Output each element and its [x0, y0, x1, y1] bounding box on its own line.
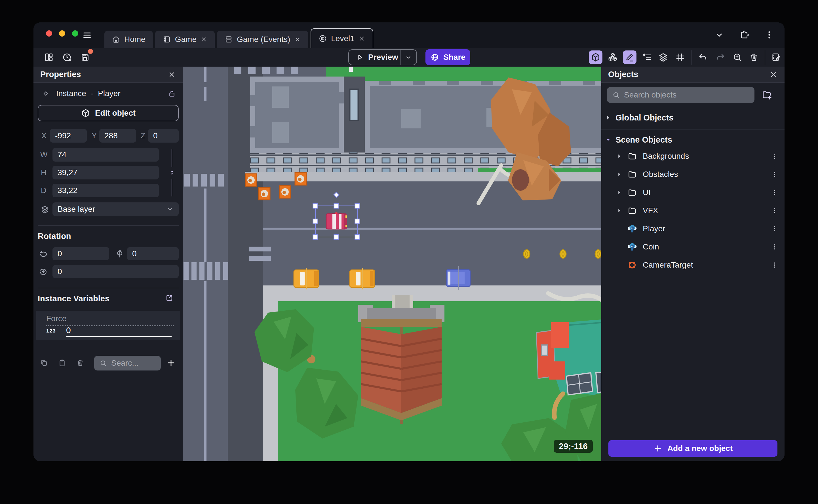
- close-objects-icon[interactable]: [769, 70, 778, 79]
- menu-icon[interactable]: [82, 30, 92, 40]
- chevron-down-icon: [405, 54, 412, 61]
- close-tab-icon[interactable]: [358, 35, 365, 42]
- chevron-right-icon[interactable]: [616, 189, 623, 196]
- variables-search-input[interactable]: [111, 359, 156, 368]
- layers-button[interactable]: [656, 50, 670, 64]
- group-label: Scene Objects: [616, 135, 672, 145]
- instance-separator: -: [91, 89, 93, 98]
- group-label: Global Objects: [616, 113, 674, 122]
- close-properties-icon[interactable]: [168, 70, 176, 79]
- group-scene-objects[interactable]: Scene Objects: [601, 134, 785, 146]
- 3d-view-toggle-button[interactable]: [589, 50, 603, 64]
- delete-variable-icon[interactable]: [76, 359, 84, 367]
- search-icon: [612, 91, 620, 99]
- objects-title: Objects: [608, 70, 638, 79]
- add-object-label: Add a new object: [667, 444, 733, 453]
- group-global-objects[interactable]: Global Objects: [601, 111, 785, 124]
- unlock-icon[interactable]: [168, 89, 176, 98]
- rotation-y-input[interactable]: [127, 247, 179, 260]
- home-icon: [112, 35, 120, 44]
- item-menu-icon[interactable]: [771, 189, 778, 196]
- item-menu-icon[interactable]: [771, 171, 778, 178]
- grid-button[interactable]: [673, 50, 687, 64]
- objects-search[interactable]: [607, 87, 754, 103]
- app-window: Home Game Game (Events) Level1: [33, 22, 785, 461]
- variable-name[interactable]: Force: [46, 314, 174, 326]
- copy-icon[interactable]: [40, 359, 48, 367]
- zoom-in-button[interactable]: [731, 50, 744, 64]
- redo-button[interactable]: [714, 50, 727, 64]
- add-folder-icon[interactable]: [761, 89, 773, 101]
- film-icon: [162, 35, 171, 44]
- d-label: D: [41, 186, 46, 195]
- z-label: Z: [141, 132, 145, 140]
- rotation-x-input[interactable]: [52, 247, 109, 260]
- maximize-window-button[interactable]: [72, 30, 78, 37]
- instances-list-button[interactable]: [641, 50, 654, 64]
- save-button[interactable]: [78, 50, 92, 64]
- objects-search-input[interactable]: [624, 90, 749, 99]
- y-input[interactable]: [99, 129, 136, 143]
- z-input[interactable]: [148, 129, 179, 143]
- instance-header-row: Instance - Player: [41, 88, 176, 99]
- item-menu-icon[interactable]: [771, 243, 778, 251]
- undo-button[interactable]: [696, 50, 710, 64]
- object-label: CameraTarget: [643, 261, 693, 270]
- item-menu-icon[interactable]: [771, 225, 778, 232]
- height-input[interactable]: [52, 166, 159, 179]
- item-menu-icon[interactable]: [771, 207, 778, 214]
- objects-mode-button[interactable]: [606, 50, 620, 64]
- rotation-z-input[interactable]: [52, 265, 179, 278]
- close-window-button[interactable]: [46, 30, 52, 37]
- tab-game[interactable]: Game: [155, 31, 215, 48]
- object-item-obstacles[interactable]: Obstacles: [601, 165, 785, 183]
- object-item-backgrounds[interactable]: Backgrounds: [601, 147, 785, 165]
- item-menu-icon[interactable]: [771, 261, 778, 269]
- object-item-coin[interactable]: Coin: [601, 238, 785, 256]
- item-menu-icon[interactable]: [771, 153, 778, 160]
- preview-button[interactable]: Preview: [349, 50, 400, 65]
- depth-input[interactable]: [52, 184, 159, 197]
- scene-canvas[interactable]: 29;-116: [183, 67, 601, 461]
- tab-level1[interactable]: Level1: [310, 28, 373, 48]
- more-options-icon[interactable]: [764, 30, 774, 40]
- link-line-top: [172, 149, 172, 167]
- chevron-right-icon[interactable]: [616, 207, 623, 214]
- cursor-coordinates-badge: 29;-116: [554, 440, 593, 453]
- preview-label: Preview: [368, 53, 398, 62]
- share-button[interactable]: Share: [426, 49, 470, 65]
- variable-row[interactable]: Force 123 0: [36, 311, 180, 340]
- object-item-player[interactable]: Player: [601, 220, 785, 238]
- add-variable-icon[interactable]: [166, 358, 176, 368]
- edit-scene-properties-button[interactable]: [769, 50, 783, 64]
- edit-object-button[interactable]: Edit object: [38, 105, 179, 121]
- history-button[interactable]: [60, 50, 74, 64]
- chevron-down-icon[interactable]: [714, 30, 724, 40]
- extensions-puzzle-icon[interactable]: [739, 30, 749, 40]
- width-input[interactable]: [52, 148, 159, 162]
- folder-icon: [627, 151, 637, 161]
- delete-button[interactable]: [747, 50, 761, 64]
- x-input[interactable]: [50, 129, 87, 143]
- chevron-down-icon: [166, 206, 174, 213]
- object-item-ui[interactable]: UI: [601, 183, 785, 202]
- chevron-right-icon[interactable]: [616, 171, 623, 178]
- lock-aspect-ratio-icon[interactable]: [167, 168, 176, 177]
- variable-value[interactable]: 0: [66, 325, 172, 337]
- tab-game-events[interactable]: Game (Events): [217, 31, 308, 48]
- toggle-panels-button[interactable]: [42, 50, 56, 64]
- variables-search[interactable]: [94, 356, 161, 370]
- chevron-right-icon[interactable]: [616, 153, 623, 160]
- preview-dropdown-button[interactable]: [400, 50, 417, 65]
- minimize-window-button[interactable]: [59, 30, 65, 37]
- paste-icon[interactable]: [58, 359, 66, 367]
- tab-home[interactable]: Home: [104, 31, 153, 48]
- object-item-vfx[interactable]: VFX: [601, 202, 785, 220]
- close-tab-icon[interactable]: [294, 36, 301, 43]
- edit-mode-button[interactable]: [623, 50, 637, 64]
- close-tab-icon[interactable]: [200, 36, 207, 43]
- add-new-object-button[interactable]: Add a new object: [608, 440, 777, 457]
- object-item-cameratarget[interactable]: CameraTarget: [601, 256, 785, 274]
- open-variables-icon[interactable]: [165, 293, 174, 302]
- layer-select[interactable]: Base layer: [52, 202, 179, 216]
